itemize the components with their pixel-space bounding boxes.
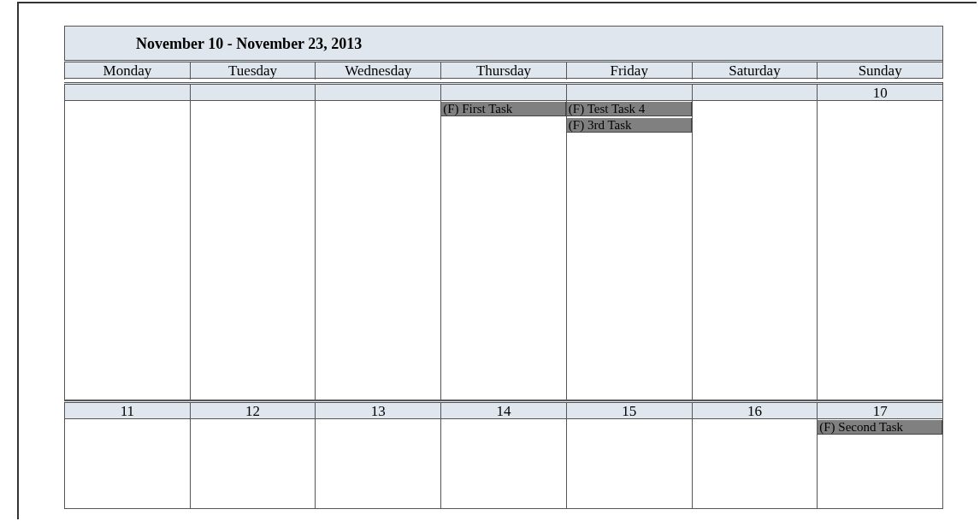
dow-thursday: Thursday bbox=[440, 62, 566, 80]
day-cell[interactable] bbox=[315, 419, 440, 508]
calendar-title-text: November 10 - November 23, 2013 bbox=[136, 35, 362, 52]
date-cell: 13 bbox=[315, 403, 440, 420]
day-cell[interactable]: (F) First Task bbox=[440, 101, 566, 400]
week1-date-row: 10 bbox=[64, 82, 943, 101]
date-cell: 14 bbox=[440, 403, 566, 420]
date-cell: 17 bbox=[817, 403, 942, 420]
task-item[interactable]: (F) First Task bbox=[441, 102, 566, 116]
date-cell bbox=[64, 85, 190, 102]
week-row-2: 11 12 13 14 15 16 17 (F) Second Task bbox=[64, 400, 943, 509]
dow-sunday: Sunday bbox=[817, 62, 942, 80]
day-cell[interactable] bbox=[190, 101, 316, 400]
day-cell[interactable] bbox=[817, 101, 942, 400]
day-of-week-header: Monday Tuesday Wednesday Thursday Friday… bbox=[64, 60, 943, 79]
day-cell[interactable] bbox=[692, 419, 818, 508]
day-cell[interactable] bbox=[64, 419, 190, 508]
week1-body-row: (F) First Task (F) Test Task 4 (F) 3rd T… bbox=[64, 101, 943, 400]
date-cell bbox=[315, 85, 440, 102]
week-row-1: 10 (F) First Task (F) Test Task 4 (F) 3r… bbox=[64, 82, 943, 400]
week2-body-row: (F) Second Task bbox=[64, 419, 943, 509]
dow-friday: Friday bbox=[566, 62, 692, 80]
day-cell[interactable] bbox=[315, 101, 440, 400]
day-cell[interactable] bbox=[440, 419, 566, 508]
date-cell: 10 bbox=[817, 85, 942, 102]
task-item[interactable]: (F) Test Task 4 bbox=[567, 102, 692, 116]
week2-date-row: 11 12 13 14 15 16 17 bbox=[64, 400, 943, 419]
dow-saturday: Saturday bbox=[692, 62, 818, 80]
day-cell[interactable] bbox=[692, 101, 818, 400]
dow-wednesday: Wednesday bbox=[315, 62, 440, 80]
calendar-report: November 10 - November 23, 2013 Monday T… bbox=[64, 26, 943, 509]
calendar-title-bar: November 10 - November 23, 2013 bbox=[64, 26, 943, 60]
date-cell: 15 bbox=[566, 403, 692, 420]
date-cell: 12 bbox=[190, 403, 316, 420]
day-cell[interactable]: (F) Test Task 4 (F) 3rd Task bbox=[566, 101, 692, 400]
day-cell[interactable] bbox=[566, 419, 692, 508]
dow-monday: Monday bbox=[64, 62, 190, 80]
task-item[interactable]: (F) 3rd Task bbox=[567, 118, 692, 133]
day-cell[interactable] bbox=[64, 101, 190, 400]
day-cell[interactable] bbox=[190, 419, 316, 508]
date-cell: 11 bbox=[64, 403, 190, 420]
dow-tuesday: Tuesday bbox=[190, 62, 316, 80]
task-item[interactable]: (F) Second Task bbox=[818, 420, 942, 435]
date-cell: 16 bbox=[692, 403, 818, 420]
date-cell bbox=[190, 85, 316, 102]
date-cell bbox=[566, 85, 692, 102]
date-cell bbox=[692, 85, 818, 102]
day-cell[interactable]: (F) Second Task bbox=[817, 419, 942, 508]
date-cell bbox=[440, 85, 566, 102]
